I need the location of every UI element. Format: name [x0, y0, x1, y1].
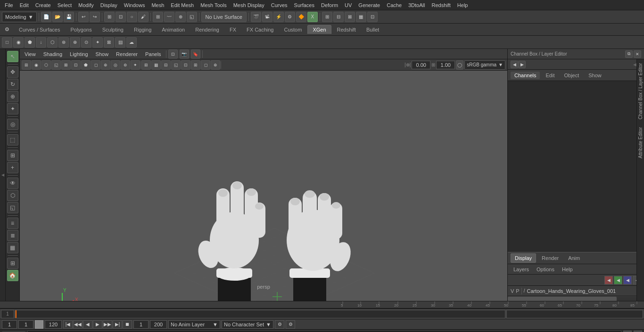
layer-color-3[interactable]: ◀	[623, 276, 632, 284]
move-tool-btn[interactable]: ✥	[7, 66, 18, 78]
camera-offset-input[interactable]	[412, 61, 430, 69]
xgen-tool-2[interactable]: ◉	[13, 37, 24, 48]
soft-mod-btn[interactable]: ◎	[7, 119, 18, 130]
menu-edit-mesh[interactable]: Edit Mesh	[168, 1, 197, 9]
side-tab-attribute-editor[interactable]: Attribute Editor	[637, 123, 644, 162]
channel-btn[interactable]: ≣	[7, 230, 18, 241]
attribute-btn[interactable]: ≡	[7, 218, 18, 229]
layout-btn-2[interactable]: ⊟	[333, 12, 344, 22]
current-frame-input[interactable]	[2, 320, 17, 329]
menu-3dtoa[interactable]: 3DtoAll	[405, 1, 428, 9]
xgen-tool-5[interactable]: ⬡	[47, 37, 58, 48]
vp-icon-13[interactable]: ⊞	[141, 60, 151, 70]
vp-icon-10[interactable]: ◎	[111, 60, 120, 70]
vp-icon-16[interactable]: ◱	[171, 60, 181, 70]
vp-icon-8[interactable]: ◻	[91, 60, 100, 70]
menu-deform[interactable]: Deform	[318, 1, 341, 9]
hypershade-btn[interactable]: 🔶	[296, 12, 306, 22]
tab-polygons[interactable]: Polygons	[66, 25, 96, 34]
dr-tab-anim[interactable]: Anim	[564, 254, 584, 262]
dr-tab-display[interactable]: Display	[511, 253, 536, 263]
channel-nav-right[interactable]: ▶	[518, 61, 526, 68]
snap-to-curve-btn[interactable]: 〰	[164, 12, 174, 22]
menu-file[interactable]: File	[2, 1, 16, 9]
help-menu-item[interactable]: Help	[559, 266, 576, 273]
tab-rendering[interactable]: Rendering	[190, 25, 224, 34]
scale-tool-btn[interactable]: ⊕	[7, 91, 18, 102]
pb-play-back-btn[interactable]: ◀	[83, 320, 92, 329]
menu-select[interactable]: Select	[55, 1, 75, 9]
layers-menu-item[interactable]: Layers	[511, 266, 532, 273]
vp-icon-11[interactable]: ⊛	[121, 60, 130, 70]
char-set-dropdown[interactable]: No Character Set ▼	[222, 320, 273, 329]
dr-tab-render[interactable]: Render	[538, 254, 562, 262]
pb-goto-end-btn[interactable]: ▶|	[113, 320, 122, 329]
vp-icon-15[interactable]: ⊟	[161, 60, 171, 70]
layer-v-label[interactable]: V	[511, 288, 514, 294]
layout-btn-3[interactable]: ⊠	[345, 12, 355, 22]
lasso-select-btn[interactable]: ○	[127, 12, 137, 22]
ipr-btn[interactable]: ⚡	[273, 12, 284, 22]
xgen-tool-12[interactable]: ☁	[126, 37, 137, 48]
workspace-dropdown[interactable]: Modeling ▼	[2, 12, 37, 22]
open-scene-btn[interactable]: 📂	[52, 12, 63, 22]
pb-step-forward-btn[interactable]: ▶▶	[103, 320, 112, 329]
viewport-menu-renderer[interactable]: Renderer	[113, 50, 140, 58]
menu-curves[interactable]: Curves	[268, 1, 290, 9]
vp-icon-14[interactable]: ▦	[151, 60, 161, 70]
right-panel-close-btn[interactable]: ✕	[634, 50, 641, 58]
vp-icon-3[interactable]: ⬡	[41, 60, 51, 70]
bottom-maya-btn[interactable]: 🏠	[7, 270, 18, 281]
menu-edit[interactable]: Edit	[17, 1, 32, 9]
char-set-settings-btn[interactable]: ⚙	[286, 320, 295, 329]
vp-icon-7[interactable]: ⬟	[81, 60, 91, 70]
pb-play-forward-btn[interactable]: ▶	[93, 320, 102, 329]
render-seq-btn[interactable]: 📽	[262, 12, 272, 22]
tab-bullet[interactable]: Bullet	[362, 25, 384, 34]
xgen-tool-9[interactable]: ✦	[92, 37, 103, 48]
tab-settings-icon[interactable]: ⚙	[3, 25, 11, 34]
pb-goto-start-btn[interactable]: |◀	[63, 320, 73, 329]
menu-mesh-display[interactable]: Mesh Display	[231, 1, 267, 9]
undo-btn[interactable]: ↩	[78, 12, 89, 22]
vp-icon-4[interactable]: ◱	[51, 60, 61, 70]
select-tool-btn[interactable]: ↖	[7, 51, 18, 62]
command-line-input[interactable]	[27, 331, 621, 332]
new-scene-btn[interactable]: 📄	[41, 12, 51, 22]
viewport-menu-shading[interactable]: Shading	[41, 50, 65, 58]
color-space-dropdown[interactable]: sRGB gamma ▼	[464, 60, 505, 70]
vp-icon-19[interactable]: ◻	[201, 60, 210, 70]
tab-xgen[interactable]: XGen	[307, 25, 331, 34]
vp-icon-5[interactable]: ⊠	[61, 60, 71, 70]
range-end-input[interactable]	[45, 320, 62, 329]
xgen-tool-6[interactable]: ⊛	[58, 37, 69, 48]
char-set-options-btn[interactable]: ⚙	[275, 320, 284, 329]
snap-to-point-btn[interactable]: ⊕	[175, 12, 186, 22]
vp-icon-1[interactable]: ⊞	[22, 60, 31, 70]
vp-icon-17[interactable]: ⊡	[181, 60, 190, 70]
universal-tool-btn[interactable]: ✦	[7, 103, 18, 114]
menu-redshift[interactable]: Redshift	[429, 1, 453, 9]
xgen-tool-3[interactable]: ⬟	[25, 37, 35, 48]
menu-mesh-tools[interactable]: Mesh Tools	[198, 1, 229, 9]
vp-icon-12[interactable]: ✦	[131, 60, 140, 70]
viewport-menu-show[interactable]: Show	[93, 50, 112, 58]
channel-tab-show[interactable]: Show	[585, 72, 605, 79]
layers-scrollbar[interactable]	[508, 296, 644, 301]
snap-btn[interactable]: ⊞	[7, 150, 18, 161]
render-btn[interactable]: ⬡	[7, 190, 18, 201]
viewport-scene[interactable]: X Y Z persp	[20, 71, 507, 301]
menu-windows[interactable]: Windows	[121, 1, 148, 9]
xgen-tool-8[interactable]: ⊙	[81, 37, 91, 48]
tab-fx[interactable]: FX	[225, 25, 241, 34]
layout-btn-4[interactable]: ▦	[356, 12, 366, 22]
anim-start-input[interactable]	[133, 320, 149, 329]
live-surface-btn[interactable]: No Live Surface	[201, 12, 247, 22]
render-progress-icon[interactable]: 📦	[634, 331, 642, 332]
channel-nav-left[interactable]: ◀	[511, 61, 518, 68]
layer-color-2[interactable]: ◀	[614, 276, 622, 284]
layer-btn[interactable]: ▦	[7, 242, 18, 253]
xgen-tool-7[interactable]: ⊕	[70, 37, 80, 48]
render-current-btn[interactable]: 🎬	[251, 12, 261, 22]
vp-icon-18[interactable]: ⊞	[191, 60, 200, 70]
